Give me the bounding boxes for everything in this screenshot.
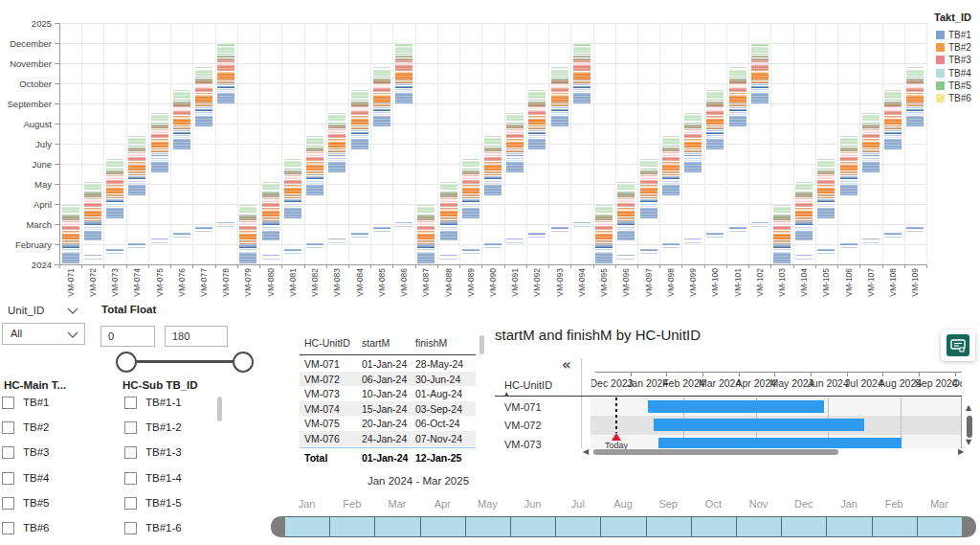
timeline-month-labels: JanFebMarAprMayJunJulAugSepOctNovDecJanF… [0, 498, 980, 513]
timeline-month-label: Sep [658, 498, 678, 510]
gantt-month-labels: Dec 2023Jan 2024Feb 2024Mar 2024Apr 2024… [591, 377, 962, 392]
gantt-axis-tick [919, 372, 920, 376]
timeline-segment[interactable] [420, 516, 466, 537]
timeline-segment[interactable] [374, 516, 420, 537]
timeline-month-label: Jun [524, 498, 542, 510]
gantt-axis-tick [739, 372, 740, 376]
gantt-vscroll-down-icon[interactable]: ▼ [966, 438, 971, 446]
gantt-row-labels: VM-071VM-072VM-073 [495, 397, 581, 448]
timeline-segment[interactable] [510, 516, 556, 537]
timeline-segment[interactable] [826, 516, 872, 537]
gantt-vscroll-thumb[interactable] [967, 416, 972, 438]
timeline-month-label: Mar [389, 498, 407, 510]
timeline-month-label: Jul [571, 498, 585, 510]
gantt-vscroll-up-icon[interactable]: ▲ [966, 403, 971, 412]
gantt-visual: startM and finishM by HC-UnitID « HC-Uni… [0, 0, 980, 474]
timeline-month-label: Aug [613, 498, 633, 510]
gantt-axis-tick [811, 372, 812, 376]
gantt-row-label: VM-072 [504, 420, 542, 431]
gantt-month-label: Jun 2024 [808, 377, 849, 389]
timeline-segment[interactable] [691, 516, 737, 537]
gantt-header-underline [495, 396, 962, 397]
timeline-month-label: Nov [749, 498, 768, 510]
timeline-segment[interactable] [872, 516, 918, 537]
gantt-rows-area [590, 397, 962, 448]
gantt-axis-tick [882, 372, 883, 376]
timeline-month-label: Feb [885, 498, 903, 510]
gantt-right-border [961, 397, 962, 448]
today-marker-line [615, 397, 617, 433]
timeline-segment[interactable] [465, 516, 511, 537]
gantt-bar-VM-073[interactable] [658, 438, 902, 448]
timeline-month-label: Apr [434, 498, 451, 510]
gantt-axis-tick [774, 372, 775, 376]
timeline-segment[interactable] [284, 516, 330, 537]
gantt-axis-tick [847, 372, 848, 376]
timeline-segment[interactable] [917, 516, 963, 537]
timeline-segment[interactable] [736, 516, 782, 537]
gantt-axis-tick [631, 372, 632, 376]
powerbi-dashboard: 2024FebruaryMarchAprilMayJuneJulyAugustS… [0, 0, 980, 545]
timeline-month-label: Feb [343, 498, 361, 510]
gantt-month-label: Jul 2024 [845, 377, 883, 389]
timeline-handle-right[interactable] [962, 516, 976, 537]
gantt-hscroll-thumb[interactable] [593, 449, 838, 455]
timeline-segment[interactable] [646, 516, 692, 537]
timeline-track [0, 516, 980, 539]
gantt-axis-tick [666, 372, 667, 376]
timeline-month-label: Mar [930, 498, 948, 510]
timeline-month-label: Jan [840, 498, 858, 510]
gantt-row-label: VM-071 [504, 401, 542, 413]
gantt-month-label: Oct 2024 [952, 377, 962, 389]
timeline-month-label: Dec [794, 498, 813, 510]
gantt-hscroll-right-icon[interactable]: ▶ [958, 447, 964, 456]
timeline-segment[interactable] [781, 516, 827, 537]
timeline-segment[interactable] [329, 516, 375, 537]
timeline-segment[interactable] [600, 516, 646, 537]
gantt-bar-VM-072[interactable] [654, 419, 864, 431]
timeline-month-label: May [478, 498, 498, 510]
timeline-handle-left[interactable] [271, 516, 285, 537]
gantt-axis-tick [955, 372, 956, 376]
timeline-slicer: Jan 2024 - Mar 2025 JanFebMarAprMayJunJu… [0, 469, 980, 545]
timeline-month-label: Jan [299, 498, 316, 510]
gantt-axis-tick [702, 372, 703, 376]
timeline-segment[interactable] [555, 516, 601, 537]
gantt-hscroll-left-icon[interactable]: ◀ [583, 447, 589, 456]
today-marker-arrow-icon [612, 433, 621, 441]
gantt-row-label: VM-073 [504, 439, 542, 448]
gantt-bar-VM-071[interactable] [648, 400, 825, 413]
gantt-axis-line [595, 372, 962, 373]
timeline-range-label: Jan 2024 - Mar 2025 [368, 475, 469, 487]
timeline-month-label: Oct [705, 498, 722, 510]
